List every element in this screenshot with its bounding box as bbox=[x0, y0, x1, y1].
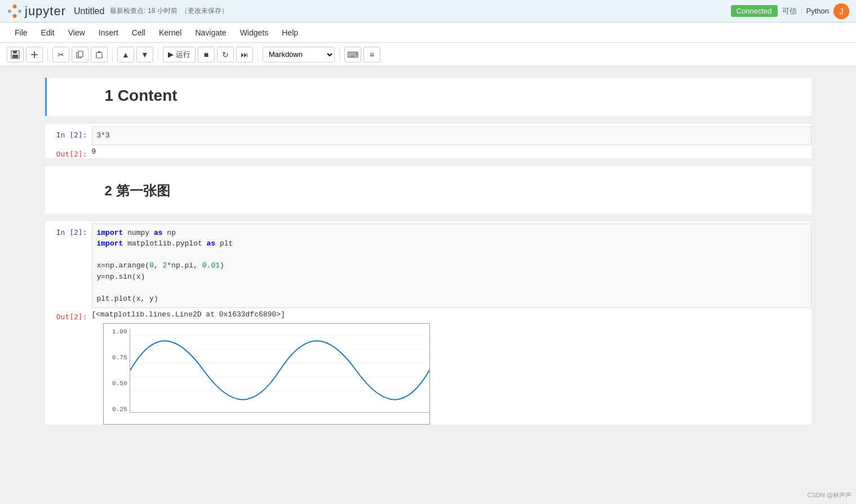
trusted-badge: 可信 bbox=[782, 6, 797, 16]
jupyter-brand: jupyter bbox=[25, 4, 66, 19]
toolbar-separator-4 bbox=[258, 48, 258, 61]
cell-gap-3 bbox=[45, 215, 811, 221]
code-content-1[interactable]: 3*3 bbox=[92, 126, 811, 145]
menu-insert[interactable]: Insert bbox=[93, 26, 124, 39]
menu-edit[interactable]: Edit bbox=[36, 26, 60, 39]
svg-rect-8 bbox=[12, 55, 18, 58]
code-line-1: import numpy as np bbox=[97, 228, 806, 239]
checkpoint-info: 最新检查点: 18 小时前 bbox=[110, 6, 177, 16]
in-label-1: In [2]: bbox=[47, 126, 92, 139]
move-down-button[interactable]: ▼ bbox=[136, 47, 153, 63]
svg-point-3 bbox=[18, 10, 21, 13]
svg-rect-7 bbox=[13, 51, 17, 53]
heading-2-text: 2 第一张图 bbox=[105, 182, 800, 200]
cell-output-2: Out[2]: [<matplotlib.lines.Line2D at 0x1… bbox=[47, 308, 811, 321]
cut-button[interactable]: ✂ bbox=[52, 47, 69, 63]
svg-point-0 bbox=[13, 5, 17, 8]
code-line-2: import matplotlib.pyplot as plt bbox=[97, 238, 806, 249]
move-up-button[interactable]: ▲ bbox=[117, 47, 134, 63]
menu-view[interactable]: View bbox=[63, 26, 91, 39]
keyboard-shortcut-button[interactable]: ⌨ bbox=[344, 47, 361, 63]
plot-chart bbox=[130, 328, 429, 413]
in-label-2: In [2]: bbox=[47, 224, 92, 237]
svg-rect-12 bbox=[78, 51, 83, 57]
output-text-2: [<matplotlib.lines.Line2D at 0x1633dfc68… bbox=[92, 308, 285, 321]
y-label-3: 0.50 bbox=[106, 380, 127, 387]
toggle-header-button[interactable]: ≡ bbox=[363, 47, 380, 63]
toolbar: ✂ ▲ ▼ ▶ 运行 ■ ↻ ⏭ Markdown Code Raw NBCon… bbox=[0, 43, 856, 66]
notebook-container: 1 Content In [2]: 3*3 Out[2]: 9 bbox=[34, 78, 823, 425]
run-button[interactable]: ▶ 运行 bbox=[163, 47, 196, 63]
unsaved-info: （更改未保存） bbox=[181, 6, 228, 16]
code-line-5: plt.plot(x, y) bbox=[97, 293, 806, 305]
menu-widgets[interactable]: Widgets bbox=[234, 26, 274, 39]
user-avatar[interactable]: J bbox=[833, 3, 849, 19]
restart-button[interactable]: ↻ bbox=[217, 47, 234, 63]
menu-help[interactable]: Help bbox=[276, 26, 304, 39]
out-label-2: Out[2]: bbox=[47, 308, 92, 321]
svg-rect-13 bbox=[96, 52, 102, 58]
cell-input-2: In [2]: import numpy as np import matplo… bbox=[47, 224, 811, 309]
svg-text:J: J bbox=[840, 7, 844, 16]
cell-gap-1 bbox=[45, 117, 811, 124]
paste-button[interactable] bbox=[91, 47, 108, 63]
add-cell-button[interactable] bbox=[26, 47, 43, 63]
out-label-1: Out[2]: bbox=[47, 145, 92, 158]
kernel-name: Python bbox=[801, 7, 829, 15]
topbar-right: Connected 可信 Python J bbox=[731, 3, 849, 19]
svg-point-2 bbox=[8, 10, 11, 13]
code-content-2[interactable]: import numpy as np import matplotlib.pyp… bbox=[92, 224, 811, 309]
main-content: 1 Content In [2]: 3*3 Out[2]: 9 bbox=[0, 66, 856, 504]
svg-point-1 bbox=[13, 14, 17, 17]
connected-badge: Connected bbox=[731, 5, 778, 17]
code-cell-1[interactable]: In [2]: 3*3 Out[2]: 9 bbox=[45, 124, 811, 158]
menu-navigate[interactable]: Navigate bbox=[189, 26, 232, 39]
y-label-4: 0.25 bbox=[106, 406, 127, 413]
svg-rect-14 bbox=[98, 51, 100, 53]
topbar: jupyter Untitled 最新检查点: 18 小时前 （更改未保存） C… bbox=[0, 0, 856, 23]
cell-heading-1[interactable]: 1 Content bbox=[45, 78, 811, 116]
plot-area: 1.00 0.75 0.50 0.25 bbox=[103, 323, 811, 425]
code-cell-2[interactable]: In [2]: import numpy as np import matplo… bbox=[45, 221, 811, 425]
code-line-3: x=np.arange(0, 2*np.pi, 0.01) bbox=[97, 260, 806, 271]
output-text-1: 9 bbox=[92, 145, 96, 158]
run-icon: ▶ bbox=[168, 50, 174, 59]
jupyter-logo[interactable]: jupyter bbox=[7, 3, 66, 19]
watermark: CSDN @林声声 bbox=[808, 491, 851, 499]
cell-input-1: In [2]: 3*3 bbox=[47, 126, 811, 145]
run-label: 运行 bbox=[176, 50, 190, 60]
y-label-1: 1.00 bbox=[106, 328, 127, 335]
heading-1-text: 1 Content bbox=[105, 87, 800, 107]
copy-button[interactable] bbox=[72, 47, 88, 63]
cell-heading-2[interactable]: 2 第一张图 bbox=[45, 166, 811, 213]
cell-output-1: Out[2]: 9 bbox=[47, 145, 811, 158]
toolbar-separator-5 bbox=[339, 48, 340, 61]
run-all-button[interactable]: ⏭ bbox=[236, 47, 253, 63]
notebook-title[interactable]: Untitled bbox=[74, 6, 104, 16]
cell-type-select[interactable]: Markdown Code Raw NBConvert Heading bbox=[263, 47, 335, 63]
menubar: File Edit View Insert Cell Kernel Naviga… bbox=[0, 23, 856, 43]
save-button[interactable] bbox=[7, 47, 24, 63]
toolbar-separator-2 bbox=[112, 48, 113, 61]
plot-container: 1.00 0.75 0.50 0.25 bbox=[103, 323, 430, 425]
toolbar-separator-1 bbox=[47, 48, 48, 61]
y-label-2: 0.75 bbox=[106, 354, 127, 361]
stop-button[interactable]: ■ bbox=[198, 47, 215, 63]
menu-cell[interactable]: Cell bbox=[126, 26, 151, 39]
code-text-1: 3*3 bbox=[97, 131, 110, 140]
plot-y-labels: 1.00 0.75 0.50 0.25 bbox=[104, 324, 130, 424]
menu-file[interactable]: File bbox=[9, 26, 33, 39]
cell-gap-2 bbox=[45, 159, 811, 166]
toolbar-separator-3 bbox=[158, 48, 158, 61]
menu-kernel[interactable]: Kernel bbox=[153, 26, 187, 39]
code-line-4: y=np.sin(x) bbox=[97, 271, 806, 283]
